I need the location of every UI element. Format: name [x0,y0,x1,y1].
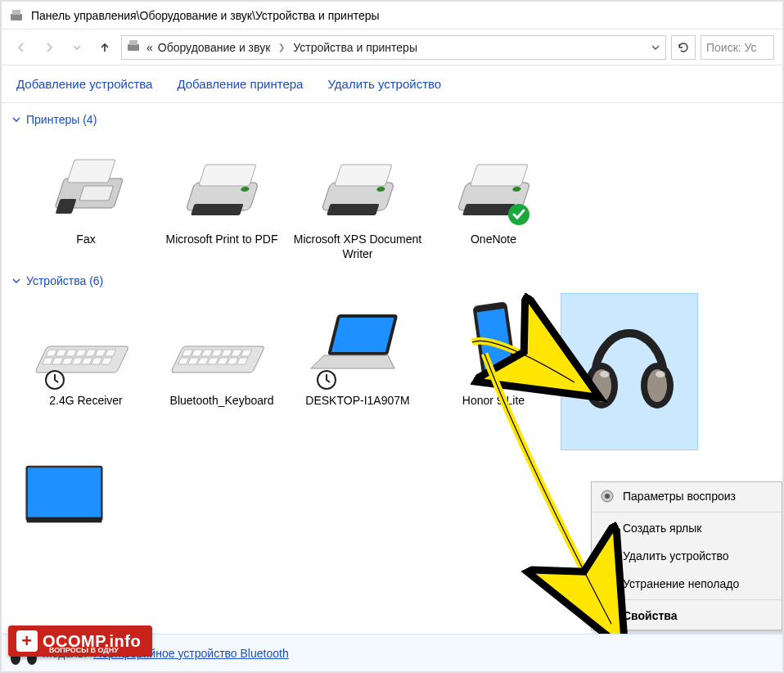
svg-marker-55 [311,355,398,368]
svg-point-66 [656,371,665,377]
device-phone[interactable]: Honor 9 Lite [426,294,561,449]
refresh-button[interactable] [671,35,696,60]
svg-rect-15 [327,204,380,215]
laptop-icon [293,299,422,389]
chevron-down-icon [11,115,21,124]
search-placeholder: Поиск: Ус [706,41,757,54]
svg-rect-5 [67,160,115,183]
add-device-button[interactable]: Добавление устройства [16,77,152,91]
breadcrumb-prefix[interactable]: « [146,41,153,54]
device-onenote[interactable]: OneNote [426,133,561,269]
svg-rect-1 [12,10,20,15]
svg-rect-68 [27,517,102,523]
device-label: Bluetooth_Keyboard [157,394,286,409]
keyboard-icon [21,299,151,389]
command-bar: Добавление устройства Добавление принтер… [2,65,782,103]
group-header-devices[interactable]: Устройства (6) [10,269,774,294]
svg-rect-9 [199,165,256,186]
forward-button[interactable] [38,36,61,59]
svg-rect-2 [128,44,139,51]
address-bar[interactable]: « Оборудование и звук ❯ Устройства и при… [121,35,666,60]
svg-rect-54 [331,318,394,352]
svg-rect-0 [11,14,22,20]
menu-create-shortcut[interactable]: Создать ярлык [592,514,782,542]
watermark-subtext: ВОПРОСЫ В ОДНУ [49,646,119,654]
device-label: Microsoft XPS Document Writer [293,233,422,261]
menu-label: Свойства [623,609,678,622]
menu-separator [592,599,782,600]
svg-point-70 [605,494,610,499]
device-monitor[interactable] [18,449,106,553]
menu-troubleshoot[interactable]: Устранение неполадо [592,570,782,598]
shield-icon [600,549,615,563]
device-fax[interactable]: Fax [18,133,154,269]
menu-separator [592,512,782,513]
group-header-printers[interactable]: Принтеры (4) [10,108,774,133]
device-label: Fax [21,233,151,247]
menu-playback-settings[interactable]: Параметры воспроиз [592,482,782,510]
context-menu: Параметры воспроиз Создать ярлык Удалить… [591,481,782,630]
device-label: OneNote [429,233,558,247]
back-button[interactable] [10,36,33,59]
pending-clock-icon [316,369,337,391]
menu-label: Устранение неполадо [623,577,739,590]
group-title-devices: Устройства (6) [26,274,103,287]
menu-remove-device[interactable]: Удалить устройство [592,542,782,570]
svg-rect-7 [79,186,114,201]
menu-label: Создать ярлык [623,522,701,535]
printers-grid: Fax Microsoft Print to PDF [10,133,774,269]
breadcrumb-2[interactable]: Устройства и принтеры [293,41,417,54]
menu-properties[interactable]: Свойства [592,602,782,630]
speaker-icon [600,489,615,504]
fax-icon [21,138,151,228]
device-label: Microsoft Print to PDF [157,233,286,247]
menu-label: Удалить устройство [623,549,728,562]
remove-device-button[interactable]: Удалить устройство [327,77,441,91]
svg-rect-3 [129,40,137,45]
device-label: Honor 9 Lite [429,394,558,409]
printer-icon [293,138,422,228]
pending-clock-icon [44,369,65,391]
chevron-down-icon [11,276,21,286]
device-bt-keyboard[interactable]: Bluetooth_Keyboard [154,294,290,449]
headphones-icon [565,299,694,422]
window-icon [10,9,25,22]
search-input[interactable]: Поиск: Ус [701,35,774,60]
device-xps-writer[interactable]: Microsoft XPS Document Writer [290,133,426,269]
device-label: DESKTOP-I1A907M [293,394,422,409]
device-headphones[interactable] [561,294,697,449]
titlebar: Панель управления\Оборудование и звук\Ус… [2,2,782,29]
up-button[interactable] [93,36,116,59]
add-printer-button[interactable]: Добавление принтера [177,77,303,91]
nav-row: « Оборудование и звук ❯ Устройства и при… [2,29,782,65]
chevron-right-icon[interactable]: ❯ [275,43,288,52]
svg-rect-11 [191,204,244,215]
window-title: Панель управления\Оборудование и звук\Ус… [31,9,380,22]
control-panel-icon [127,39,142,55]
phone-icon [429,299,558,389]
breadcrumb-1[interactable]: Оборудование и звук [158,41,271,54]
watermark: + OCOMP.info ВОПРОСЫ В ОДНУ [8,626,152,657]
menu-label: Параметры воспроиз [623,490,736,503]
address-dropdown[interactable] [651,43,660,52]
blank-icon [600,521,615,535]
device-print-to-pdf[interactable]: Microsoft Print to PDF [154,133,290,269]
keyboard-icon [157,299,286,389]
monitor-icon [21,454,103,544]
group-title-printers: Принтеры (4) [26,113,97,126]
blank-icon [600,608,615,623]
blank-icon [600,576,615,591]
printer-icon [429,138,558,228]
device-label: 2.4G Receiver [21,394,151,409]
svg-point-65 [600,371,610,377]
device-receiver[interactable]: 2.4G Receiver [18,294,154,449]
default-check-icon [507,203,530,226]
printer-icon [157,138,286,228]
svg-rect-17 [471,165,528,186]
recent-dropdown[interactable] [65,36,88,59]
watermark-plus-icon: + [16,630,38,652]
svg-rect-13 [335,165,392,186]
svg-rect-67 [27,467,102,520]
device-desktop[interactable]: DESKTOP-I1A907M [290,294,426,449]
